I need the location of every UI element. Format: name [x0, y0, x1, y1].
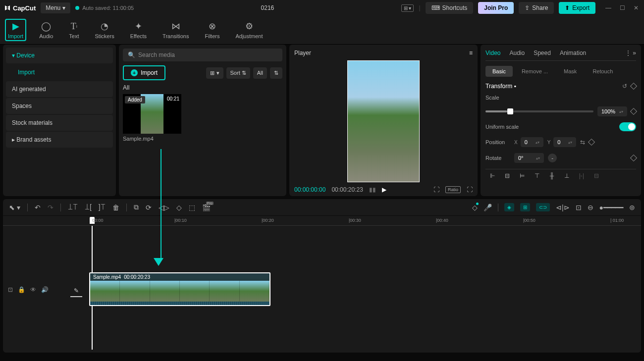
- join-pro-button[interactable]: Join Pro: [478, 2, 514, 14]
- align-right-icon[interactable]: ⊨: [517, 172, 527, 179]
- align-center-h-icon[interactable]: ⊟: [502, 172, 512, 179]
- sidebar-item-stock[interactable]: Stock materials: [6, 115, 113, 131]
- close-button[interactable]: ✕: [632, 4, 640, 11]
- layout-icon[interactable]: ⊞ ▾: [401, 4, 414, 12]
- snap-icon[interactable]: ⊲|⊳: [556, 204, 570, 211]
- keyframe-icon[interactable]: [630, 83, 637, 90]
- play-button[interactable]: ▶: [382, 186, 386, 193]
- position-x-input[interactable]: 0▴▾: [521, 137, 543, 147]
- align-left-icon[interactable]: ⊩: [487, 172, 497, 179]
- distribute-v-icon[interactable]: ⊟: [591, 172, 601, 179]
- tab-filters[interactable]: ⊗ Filters: [202, 19, 222, 41]
- track-lock-icon[interactable]: 🔒: [18, 286, 25, 293]
- app-logo: CapCut: [4, 4, 36, 12]
- rotate-tool[interactable]: ◇: [176, 204, 182, 211]
- tab-transitions[interactable]: ⋈ Transitions: [160, 19, 192, 41]
- compare-icon[interactable]: ▮▮: [369, 186, 376, 193]
- export-icon: ⬆: [565, 4, 570, 11]
- pro-tool[interactable]: 🎬Pro: [202, 204, 211, 211]
- menu-button[interactable]: Menu▾: [41, 2, 70, 13]
- minimize-button[interactable]: —: [604, 4, 612, 11]
- share-button[interactable]: ⇪ Share: [519, 2, 554, 14]
- zoom-out-icon[interactable]: ⊖: [588, 204, 593, 211]
- timeline-ruler[interactable]: 00:00 |00:10 |00:20 |00:30 |00:40 |00:50…: [3, 216, 641, 226]
- media-clip-thumbnail[interactable]: Added 00:21: [123, 94, 181, 134]
- align-bottom-icon[interactable]: ⊥: [562, 172, 572, 179]
- preview-icon[interactable]: ⊡: [576, 204, 582, 211]
- search-input[interactable]: 🔍 Search media: [123, 49, 282, 61]
- zoom-slider[interactable]: ●━━━━━: [599, 204, 623, 211]
- inspector-tab-speed[interactable]: Speed: [534, 50, 551, 56]
- crop-tool[interactable]: ⬚: [189, 204, 195, 211]
- player-menu-icon[interactable]: ≡: [469, 50, 473, 56]
- sidebar-item-ai[interactable]: AI generated: [6, 81, 113, 97]
- align-center-v-icon[interactable]: ╫: [547, 172, 557, 179]
- reverse-tool[interactable]: ⟳: [146, 204, 152, 211]
- mirror-tool[interactable]: ◁▷: [159, 204, 169, 211]
- position-keyframe[interactable]: [588, 139, 595, 146]
- inspector-more[interactable]: ⋮ »: [625, 50, 636, 56]
- scale-input[interactable]: 100%▴▾: [597, 106, 627, 116]
- filter-button[interactable]: ⇅: [270, 67, 282, 79]
- uniform-toggle[interactable]: [619, 122, 636, 131]
- auto-caption-icon[interactable]: ◇: [472, 204, 478, 211]
- rotate-dial[interactable]: -: [548, 154, 557, 162]
- distribute-h-icon[interactable]: |◦|: [577, 172, 587, 179]
- sidebar-item-spaces[interactable]: Spaces: [6, 98, 113, 114]
- tab-audio[interactable]: ◯ Audio: [36, 19, 56, 41]
- tab-text[interactable]: TI Text: [66, 19, 82, 41]
- magnet-icon[interactable]: ⊞: [520, 203, 530, 211]
- video-preview[interactable]: [347, 60, 420, 182]
- rotate-input[interactable]: 0°▴▾: [514, 153, 544, 163]
- scale-slider[interactable]: [485, 110, 593, 112]
- sidebar-item-import[interactable]: Import: [6, 64, 113, 80]
- inspector-tab-audio[interactable]: Audio: [509, 50, 525, 56]
- rotate-keyframe[interactable]: [630, 155, 637, 161]
- filter-all-button[interactable]: All: [253, 67, 267, 79]
- split-right-tool[interactable]: ]⟙: [99, 203, 106, 211]
- magnet-main-icon[interactable]: ◈: [504, 203, 514, 211]
- track-mute-icon[interactable]: 🔊: [41, 286, 49, 293]
- sidebar-item-brand[interactable]: ▸ Brand assets: [6, 132, 113, 148]
- track-edit-button[interactable]: ✎: [70, 285, 82, 297]
- zoom-fit-icon[interactable]: ⊚: [629, 204, 635, 211]
- export-button[interactable]: ⬆ Export: [559, 2, 595, 14]
- copy-tool[interactable]: ⧉: [134, 203, 139, 211]
- subtab-mask[interactable]: Mask: [557, 66, 584, 77]
- track-visible-icon[interactable]: 👁: [30, 286, 36, 293]
- delete-tool[interactable]: 🗑: [112, 204, 119, 211]
- undo-button[interactable]: ↶: [35, 204, 41, 211]
- maximize-button[interactable]: ☐: [618, 4, 626, 11]
- align-top-icon[interactable]: ⊤: [532, 172, 542, 179]
- inspector-tab-video[interactable]: Video: [485, 50, 500, 56]
- timeline-clip[interactable]: Sample.mp4 00:00:20:23: [89, 272, 270, 306]
- tab-import[interactable]: ▶ Import: [5, 19, 26, 41]
- tab-adjustment[interactable]: ⚙ Adjustment: [232, 19, 266, 41]
- tab-stickers[interactable]: ◔ Stickers: [92, 19, 117, 41]
- sort-button[interactable]: Sort ⇅: [226, 67, 250, 79]
- import-button[interactable]: + Import: [123, 65, 165, 80]
- search-icon: 🔍: [128, 52, 135, 58]
- split-tool[interactable]: ⟘⟙: [68, 203, 78, 211]
- subtab-basic[interactable]: Basic: [485, 66, 513, 77]
- scale-keyframe[interactable]: [630, 108, 637, 115]
- inspector-tab-animation[interactable]: Animation: [560, 50, 586, 56]
- view-grid-button[interactable]: ⊞ ▾: [206, 67, 223, 79]
- link-icon[interactable]: ⊂⊃: [536, 203, 550, 211]
- ratio-button[interactable]: Ratio: [445, 186, 461, 193]
- position-link-icon[interactable]: ⇆: [580, 139, 585, 146]
- redo-button[interactable]: ↷: [48, 204, 54, 211]
- shortcuts-button[interactable]: ⌨ Shortcuts: [426, 2, 474, 14]
- crop-icon[interactable]: ⛶: [433, 186, 439, 193]
- fullscreen-icon[interactable]: ⛶: [467, 186, 473, 193]
- selection-tool[interactable]: ⬉ ▾: [9, 204, 20, 211]
- position-y-input[interactable]: 0▴▾: [553, 137, 576, 147]
- split-left-tool[interactable]: ⟘[: [85, 203, 92, 211]
- track-add-icon[interactable]: ⊡: [8, 286, 13, 293]
- sidebar-item-device[interactable]: ▾ Device: [6, 48, 113, 63]
- tab-effects[interactable]: ✦ Effects: [127, 19, 150, 41]
- reset-icon[interactable]: ↺: [622, 83, 627, 90]
- mic-icon[interactable]: 🎤: [483, 204, 492, 211]
- subtab-remove[interactable]: Remove ...: [515, 66, 555, 77]
- subtab-retouch[interactable]: Retouch: [586, 66, 620, 77]
